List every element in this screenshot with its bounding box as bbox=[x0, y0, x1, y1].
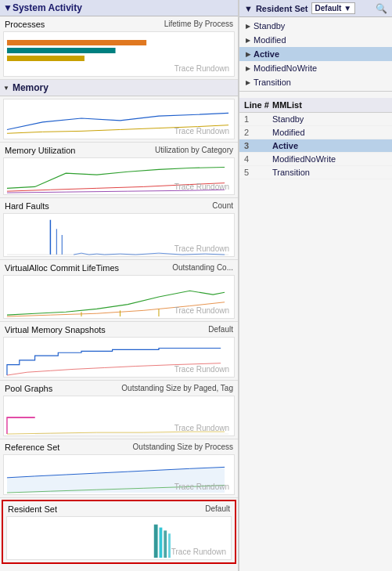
processes-trace-label: Trace Rundown bbox=[174, 64, 229, 73]
pool-graphs-block: Pool Graphs Outstanding Size by Paged, T… bbox=[0, 381, 238, 439]
processes-title: Processes bbox=[5, 20, 45, 29]
memory-util-block: Memory Utilization Utilization by Catego… bbox=[0, 143, 238, 198]
row-5-line: 5 bbox=[244, 168, 272, 177]
hard-faults-subtitle: Count bbox=[212, 201, 233, 211]
col-header-mmlist: MMList bbox=[272, 100, 387, 110]
memory-util-title: Memory Utilization bbox=[5, 146, 75, 155]
row-3-line: 3 bbox=[244, 141, 272, 150]
virtualalloc-title-row: VirtualAlloc Commit LifeTimes Outstandin… bbox=[0, 262, 238, 274]
processes-chart[interactable]: Trace Rundown bbox=[3, 31, 235, 77]
reference-set-trace-label: Trace Rundown bbox=[174, 482, 229, 491]
dropdown-arrow: ▼ bbox=[343, 4, 351, 13]
tree-item-standby[interactable]: ▶ Standby bbox=[239, 19, 392, 33]
memory-collapse-triangle: ▼ bbox=[3, 85, 9, 92]
processes-subtitle: Lifetime By Process bbox=[164, 20, 233, 29]
table-section: Line # MMList 1 Standby 2 Modified 3 Act… bbox=[239, 98, 392, 179]
pool-graphs-trace-label: Trace Rundown bbox=[174, 424, 229, 432]
svg-rect-1 bbox=[7, 48, 116, 53]
svg-rect-0 bbox=[7, 40, 146, 45]
row-2-mmlist: Modified bbox=[272, 128, 387, 137]
system-activity-header[interactable]: ▼ System Activity bbox=[0, 0, 238, 16]
right-panel: ▼ Resident Set Default ▼ 🔍 ▶ Standby ▶ M… bbox=[239, 0, 392, 571]
table-row-1[interactable]: 1 Standby bbox=[239, 113, 392, 126]
spacer bbox=[239, 92, 392, 98]
virtualalloc-trace-label: Trace Rundown bbox=[174, 306, 229, 315]
tree-label-modified: Modified bbox=[254, 35, 286, 45]
memory-util-title-row: Memory Utilization Utilization by Catego… bbox=[0, 144, 238, 157]
virtualalloc-title: VirtualAlloc Commit LifeTimes bbox=[5, 263, 119, 273]
resident-set-title: Resident Set bbox=[8, 504, 57, 514]
svg-rect-14 bbox=[160, 528, 163, 558]
reference-set-title-row: Reference Set Outstanding Size by Proces… bbox=[0, 441, 238, 454]
table-row-3[interactable]: 3 Active bbox=[239, 139, 392, 153]
processes-title-row: Processes Lifetime By Process bbox=[0, 18, 238, 31]
row-1-line: 1 bbox=[244, 114, 272, 124]
table-row-2[interactable]: 2 Modified bbox=[239, 126, 392, 139]
expand-triangle-modifiednw: ▶ bbox=[246, 65, 250, 72]
table-header: Line # MMList bbox=[239, 98, 392, 113]
right-panel-header: ▼ Resident Set Default ▼ 🔍 bbox=[239, 0, 392, 17]
collapse-triangle: ▼ bbox=[3, 2, 13, 13]
dropdown-label: Default bbox=[315, 4, 342, 13]
row-4-mmlist: ModifiedNoWrite bbox=[272, 154, 387, 164]
memory-util-chart[interactable]: Trace Rundown bbox=[3, 157, 235, 195]
row-5-mmlist: Transition bbox=[272, 168, 387, 177]
right-panel-header-left: ▼ Resident Set Default ▼ bbox=[244, 2, 355, 14]
row-1-mmlist: Standby bbox=[272, 114, 387, 124]
expand-triangle-standby: ▶ bbox=[246, 23, 250, 30]
tree-item-transition[interactable]: ▶ Transition bbox=[239, 75, 392, 89]
tree-item-active[interactable]: ▶ Active bbox=[239, 47, 392, 61]
hard-faults-chart[interactable]: Trace Rundown bbox=[3, 213, 235, 257]
resident-set-chart[interactable]: Trace Rundown bbox=[6, 516, 232, 560]
virtualalloc-chart[interactable]: Trace Rundown bbox=[3, 275, 235, 319]
tree-label-standby: Standby bbox=[254, 21, 285, 31]
system-activity-title: System Activity bbox=[13, 2, 82, 13]
expand-triangle-transition: ▶ bbox=[246, 79, 250, 86]
table-row-4[interactable]: 4 ModifiedNoWrite bbox=[239, 153, 392, 166]
memory-main-chart[interactable]: Trace Rundown bbox=[3, 99, 235, 139]
svg-rect-2 bbox=[7, 56, 85, 61]
reference-set-block: Reference Set Outstanding Size by Proces… bbox=[0, 439, 238, 498]
memory-section-header[interactable]: ▼ Memory bbox=[0, 80, 238, 96]
row-4-line: 4 bbox=[244, 154, 272, 164]
virtual-memory-block: Virtual Memory Snapshots Default Trace R… bbox=[0, 322, 238, 381]
svg-rect-13 bbox=[154, 525, 158, 558]
memory-title: Memory bbox=[13, 82, 49, 93]
right-panel-title: Resident Set bbox=[256, 4, 308, 13]
hard-faults-block: Hard Faults Count Trace Rundown bbox=[0, 198, 238, 260]
virtual-memory-title: Virtual Memory Snapshots bbox=[5, 325, 106, 334]
table-row-5[interactable]: 5 Transition bbox=[239, 166, 392, 179]
processes-block: Processes Lifetime By Process Trace Rund… bbox=[0, 16, 238, 80]
left-panel: ▼ System Activity Processes Lifetime By … bbox=[0, 0, 239, 571]
reference-set-subtitle: Outstanding Size by Process bbox=[133, 443, 233, 452]
virtual-memory-subtitle: Default bbox=[208, 325, 233, 334]
pool-graphs-subtitle: Outstanding Size by Paged, Tag bbox=[121, 384, 233, 393]
tree-item-modified[interactable]: ▶ Modified bbox=[239, 33, 392, 47]
svg-rect-16 bbox=[168, 533, 171, 558]
memory-main-block: Trace Rundown bbox=[0, 96, 238, 143]
virtual-memory-title-row: Virtual Memory Snapshots Default bbox=[0, 323, 238, 336]
right-panel-dropdown[interactable]: Default ▼ bbox=[311, 2, 356, 14]
memory-util-trace-label: Trace Rundown bbox=[174, 183, 229, 191]
svg-rect-15 bbox=[164, 530, 167, 558]
reference-set-chart[interactable]: Trace Rundown bbox=[3, 454, 235, 495]
tree-item-modifiednw[interactable]: ▶ ModifiedNoWrite bbox=[239, 61, 392, 75]
tree-label-modifiednw: ModifiedNoWrite bbox=[254, 63, 317, 73]
expand-triangle-active: ▶ bbox=[246, 51, 250, 58]
virtualalloc-block: VirtualAlloc Commit LifeTimes Outstandin… bbox=[0, 260, 238, 322]
expand-triangle-modified: ▶ bbox=[246, 37, 250, 44]
pool-graphs-chart[interactable]: Trace Rundown bbox=[3, 396, 235, 436]
virtualalloc-subtitle: Outstanding Co... bbox=[172, 263, 233, 273]
pool-graphs-title: Pool Graphs bbox=[5, 384, 52, 393]
resident-set-subtitle: Default bbox=[205, 504, 230, 514]
search-icon[interactable]: 🔍 bbox=[376, 3, 387, 14]
resident-set-block: Resident Set Default Trace Rundown bbox=[2, 500, 236, 564]
hard-faults-title-row: Hard Faults Count bbox=[0, 200, 238, 212]
tree-list: ▶ Standby ▶ Modified ▶ Active ▶ Modified… bbox=[239, 17, 392, 92]
virtual-memory-chart[interactable]: Trace Rundown bbox=[3, 337, 235, 378]
row-2-line: 2 bbox=[244, 128, 272, 137]
row-3-mmlist: Active bbox=[272, 141, 387, 150]
tree-label-active: Active bbox=[254, 49, 279, 59]
right-panel-collapse-triangle: ▼ bbox=[244, 4, 253, 13]
virtual-memory-trace-label: Trace Rundown bbox=[174, 365, 229, 374]
